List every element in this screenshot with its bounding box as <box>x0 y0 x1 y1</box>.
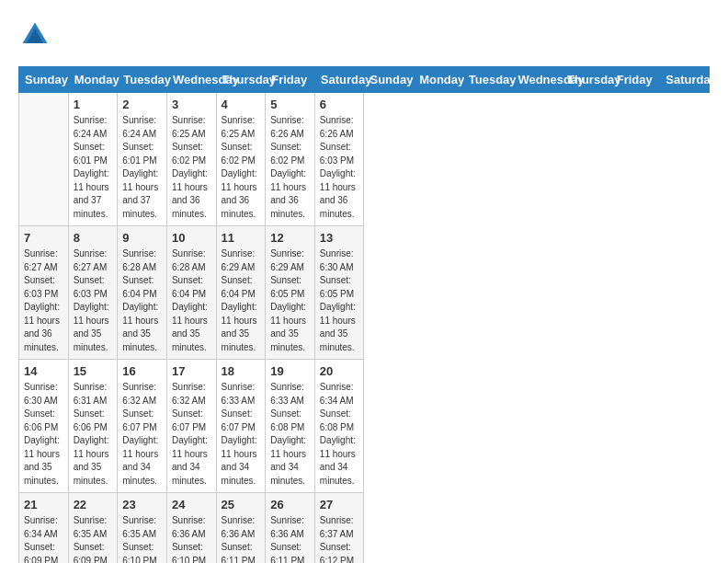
day-number: 1 <box>74 98 113 111</box>
day-number: 27 <box>320 498 359 511</box>
calendar-cell: 1Sunrise: 6:24 AM Sunset: 6:01 PM Daylig… <box>68 93 118 226</box>
calendar-cell: 7Sunrise: 6:27 AM Sunset: 6:03 PM Daylig… <box>19 226 69 360</box>
day-info: Sunrise: 6:25 AM Sunset: 6:02 PM Dayligh… <box>222 114 261 221</box>
calendar-cell: 10Sunrise: 6:28 AM Sunset: 6:04 PM Dayli… <box>166 226 216 360</box>
day-info: Sunrise: 6:33 AM Sunset: 6:07 PM Dayligh… <box>222 381 261 488</box>
calendar-week-2: 7Sunrise: 6:27 AM Sunset: 6:03 PM Daylig… <box>19 226 710 360</box>
day-info: Sunrise: 6:26 AM Sunset: 6:02 PM Dayligh… <box>270 114 310 221</box>
col-header-thursday: Thursday <box>562 67 611 93</box>
calendar-cell: 27Sunrise: 6:37 AM Sunset: 6:12 PM Dayli… <box>314 493 364 564</box>
day-number: 25 <box>222 498 261 511</box>
day-info: Sunrise: 6:27 AM Sunset: 6:03 PM Dayligh… <box>74 247 113 354</box>
day-info: Sunrise: 6:24 AM Sunset: 6:01 PM Dayligh… <box>74 114 113 221</box>
calendar-cell: 11Sunrise: 6:29 AM Sunset: 6:04 PM Dayli… <box>216 226 266 360</box>
calendar-cell: 5Sunrise: 6:26 AM Sunset: 6:02 PM Daylig… <box>266 93 315 226</box>
col-header-friday: Friday <box>610 67 660 93</box>
day-number: 8 <box>74 231 113 245</box>
calendar-week-3: 14Sunrise: 6:30 AM Sunset: 6:06 PM Dayli… <box>19 360 710 493</box>
day-info: Sunrise: 6:28 AM Sunset: 6:04 PM Dayligh… <box>122 247 162 354</box>
day-info: Sunrise: 6:34 AM Sunset: 6:09 PM Dayligh… <box>24 514 63 563</box>
day-number: 14 <box>24 364 63 378</box>
calendar-cell: 20Sunrise: 6:34 AM Sunset: 6:08 PM Dayli… <box>314 360 364 493</box>
day-number: 23 <box>122 498 162 511</box>
calendar-cell: 4Sunrise: 6:25 AM Sunset: 6:02 PM Daylig… <box>216 93 266 226</box>
day-info: Sunrise: 6:35 AM Sunset: 6:10 PM Dayligh… <box>122 514 162 563</box>
day-number: 26 <box>270 498 310 511</box>
calendar-cell: 18Sunrise: 6:33 AM Sunset: 6:07 PM Dayli… <box>216 360 266 493</box>
calendar-week-4: 21Sunrise: 6:34 AM Sunset: 6:09 PM Dayli… <box>19 493 710 564</box>
calendar-cell: 19Sunrise: 6:33 AM Sunset: 6:08 PM Dayli… <box>266 360 315 493</box>
calendar-cell: 13Sunrise: 6:30 AM Sunset: 6:05 PM Dayli… <box>314 226 364 360</box>
header-tuesday: Tuesday <box>118 67 167 93</box>
day-info: Sunrise: 6:24 AM Sunset: 6:01 PM Dayligh… <box>122 114 162 221</box>
day-number: 16 <box>122 364 162 378</box>
calendar-week-1: 1Sunrise: 6:24 AM Sunset: 6:01 PM Daylig… <box>19 93 710 226</box>
logo <box>18 18 55 52</box>
day-info: Sunrise: 6:36 AM Sunset: 6:11 PM Dayligh… <box>222 514 261 563</box>
calendar-cell: 22Sunrise: 6:35 AM Sunset: 6:09 PM Dayli… <box>68 493 118 564</box>
calendar-cell <box>19 93 69 226</box>
page-header <box>18 18 710 52</box>
header-wednesday: Wednesday <box>166 67 216 93</box>
day-number: 6 <box>320 98 359 111</box>
day-info: Sunrise: 6:30 AM Sunset: 6:05 PM Dayligh… <box>320 247 359 354</box>
day-info: Sunrise: 6:31 AM Sunset: 6:06 PM Dayligh… <box>74 381 113 488</box>
calendar-cell: 24Sunrise: 6:36 AM Sunset: 6:10 PM Dayli… <box>166 493 216 564</box>
col-header-monday: Monday <box>414 67 463 93</box>
calendar-table: SundayMondayTuesdayWednesdayThursdayFrid… <box>18 66 710 563</box>
day-info: Sunrise: 6:25 AM Sunset: 6:02 PM Dayligh… <box>172 114 211 221</box>
day-number: 4 <box>222 98 261 111</box>
day-info: Sunrise: 6:34 AM Sunset: 6:08 PM Dayligh… <box>320 381 359 488</box>
day-number: 22 <box>74 498 113 511</box>
day-number: 3 <box>172 98 211 111</box>
day-info: Sunrise: 6:27 AM Sunset: 6:03 PM Dayligh… <box>24 247 63 354</box>
day-info: Sunrise: 6:32 AM Sunset: 6:07 PM Dayligh… <box>172 381 211 488</box>
day-info: Sunrise: 6:30 AM Sunset: 6:06 PM Dayligh… <box>24 381 63 488</box>
day-info: Sunrise: 6:35 AM Sunset: 6:09 PM Dayligh… <box>74 514 113 563</box>
day-info: Sunrise: 6:32 AM Sunset: 6:07 PM Dayligh… <box>122 381 162 488</box>
logo-icon <box>18 18 51 52</box>
header-thursday: Thursday <box>216 67 266 93</box>
day-info: Sunrise: 6:33 AM Sunset: 6:08 PM Dayligh… <box>270 381 310 488</box>
day-info: Sunrise: 6:37 AM Sunset: 6:12 PM Dayligh… <box>320 514 359 563</box>
day-info: Sunrise: 6:29 AM Sunset: 6:04 PM Dayligh… <box>222 247 261 354</box>
day-info: Sunrise: 6:29 AM Sunset: 6:05 PM Dayligh… <box>270 247 310 354</box>
day-number: 19 <box>270 364 310 378</box>
day-number: 24 <box>172 498 211 511</box>
header-saturday: Saturday <box>314 67 364 93</box>
header-monday: Monday <box>68 67 118 93</box>
calendar-cell: 12Sunrise: 6:29 AM Sunset: 6:05 PM Dayli… <box>266 226 315 360</box>
col-header-saturday: Saturday <box>660 67 710 93</box>
calendar-cell: 2Sunrise: 6:24 AM Sunset: 6:01 PM Daylig… <box>118 93 167 226</box>
calendar-cell: 25Sunrise: 6:36 AM Sunset: 6:11 PM Dayli… <box>216 493 266 564</box>
day-number: 21 <box>24 498 63 511</box>
day-number: 7 <box>24 231 63 245</box>
calendar-header-row: SundayMondayTuesdayWednesdayThursdayFrid… <box>19 67 710 93</box>
day-number: 12 <box>270 231 310 245</box>
day-info: Sunrise: 6:36 AM Sunset: 6:11 PM Dayligh… <box>270 514 310 563</box>
calendar-cell: 17Sunrise: 6:32 AM Sunset: 6:07 PM Dayli… <box>166 360 216 493</box>
col-header-wednesday: Wednesday <box>512 67 562 93</box>
day-number: 17 <box>172 364 211 378</box>
col-header-tuesday: Tuesday <box>462 67 512 93</box>
calendar-cell: 14Sunrise: 6:30 AM Sunset: 6:06 PM Dayli… <box>19 360 69 493</box>
day-number: 18 <box>222 364 261 378</box>
day-number: 20 <box>320 364 359 378</box>
day-number: 5 <box>270 98 310 111</box>
day-number: 2 <box>122 98 162 111</box>
calendar-cell: 8Sunrise: 6:27 AM Sunset: 6:03 PM Daylig… <box>68 226 118 360</box>
calendar-cell: 21Sunrise: 6:34 AM Sunset: 6:09 PM Dayli… <box>19 493 69 564</box>
calendar-cell: 16Sunrise: 6:32 AM Sunset: 6:07 PM Dayli… <box>118 360 167 493</box>
day-info: Sunrise: 6:28 AM Sunset: 6:04 PM Dayligh… <box>172 247 211 354</box>
calendar-cell: 6Sunrise: 6:26 AM Sunset: 6:03 PM Daylig… <box>314 93 364 226</box>
day-number: 10 <box>172 231 211 245</box>
calendar-cell: 3Sunrise: 6:25 AM Sunset: 6:02 PM Daylig… <box>166 93 216 226</box>
header-sunday: Sunday <box>19 67 69 93</box>
calendar-cell: 26Sunrise: 6:36 AM Sunset: 6:11 PM Dayli… <box>266 493 315 564</box>
calendar-cell: 23Sunrise: 6:35 AM Sunset: 6:10 PM Dayli… <box>118 493 167 564</box>
calendar-cell: 15Sunrise: 6:31 AM Sunset: 6:06 PM Dayli… <box>68 360 118 493</box>
day-info: Sunrise: 6:26 AM Sunset: 6:03 PM Dayligh… <box>320 114 359 221</box>
day-number: 15 <box>74 364 113 378</box>
col-header-sunday: Sunday <box>364 67 414 93</box>
day-number: 13 <box>320 231 359 245</box>
